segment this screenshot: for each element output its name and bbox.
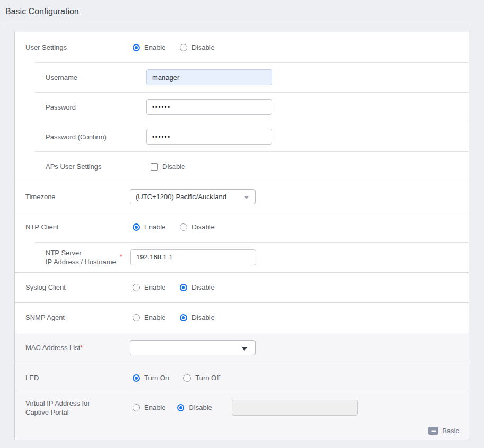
aps-disable-checkbox-option[interactable]: Disable	[151, 163, 185, 171]
password-input[interactable]	[146, 99, 272, 115]
dropdown-arrow-icon	[241, 346, 248, 350]
collapse-minus-icon[interactable]	[428, 427, 438, 435]
row-password: Password	[15, 92, 469, 122]
mac-address-list-label: MAC Address List*	[15, 343, 118, 352]
radio-icon[interactable]	[180, 223, 187, 231]
led-turn-off-radio[interactable]: Turn Off	[183, 374, 220, 382]
radio-label: Disable	[191, 43, 214, 51]
chevron-down-icon	[244, 196, 249, 199]
basic-collapse-link[interactable]: Basic	[442, 427, 459, 435]
username-input[interactable]	[146, 69, 272, 85]
aps-user-settings-label: APs User Settings	[15, 162, 118, 171]
username-label: Username	[15, 73, 118, 82]
ntp-server-label: NTP Server IP Address / Hostname	[15, 248, 118, 266]
row-virtual-ip: Virtual IP Address for Captive Portal En…	[15, 393, 469, 422]
radio-label: Disable	[189, 404, 212, 411]
user-settings-enable-radio[interactable]: Enable	[133, 43, 165, 51]
required-asterisk: *	[120, 253, 122, 261]
radio-icon[interactable]	[133, 44, 140, 51]
radio-label: Turn Off	[195, 374, 220, 382]
led-turn-on-radio[interactable]: Turn On	[133, 374, 169, 382]
virtual-ip-disable-radio[interactable]: Disable	[177, 404, 212, 411]
ntp-client-enable-radio[interactable]: Enable	[133, 223, 165, 231]
basic-configuration-panel: User Settings Enable Disable Username Pa…	[14, 32, 469, 440]
panel-footer: Basic	[15, 422, 469, 440]
row-led: LED Turn On Turn Off	[15, 363, 469, 393]
required-asterisk: *	[80, 344, 83, 352]
radio-icon[interactable]	[133, 223, 140, 231]
row-ntp-server: NTP Server IP Address / Hostname *	[15, 242, 469, 272]
mac-address-list-select[interactable]	[130, 340, 256, 355]
timezone-select[interactable]: (UTC+1200) Pacific/Auckland	[130, 189, 256, 204]
password-confirm-input[interactable]	[146, 129, 272, 145]
radio-icon[interactable]	[133, 374, 140, 382]
radio-icon[interactable]	[133, 314, 140, 321]
row-mac-address-list: MAC Address List*	[15, 333, 469, 363]
radio-label: Enable	[144, 313, 165, 321]
led-label: LED	[15, 373, 118, 382]
user-settings-disable-radio[interactable]: Disable	[180, 43, 214, 51]
row-user-settings: User Settings Enable Disable	[15, 32, 469, 62]
row-password-confirm: Password (Confirm)	[15, 122, 469, 151]
radio-icon[interactable]	[133, 284, 140, 291]
radio-icon[interactable]	[180, 284, 187, 291]
radio-label: Turn On	[144, 374, 169, 382]
row-timezone: Timezone (UTC+1200) Pacific/Auckland	[15, 182, 469, 212]
radio-icon[interactable]	[177, 404, 184, 411]
syslog-enable-radio[interactable]: Enable	[133, 283, 165, 291]
snmp-enable-radio[interactable]: Enable	[133, 313, 165, 321]
radio-label: Enable	[144, 283, 165, 291]
virtual-ip-input	[232, 400, 358, 416]
virtual-ip-label: Virtual IP Address for Captive Portal	[15, 399, 118, 417]
ntp-client-disable-radio[interactable]: Disable	[180, 223, 214, 231]
timezone-label: Timezone	[15, 192, 118, 201]
ntp-client-label: NTP Client	[15, 222, 118, 231]
snmp-disable-radio[interactable]: Disable	[180, 313, 214, 321]
row-syslog-client: Syslog Client Enable Disable	[15, 272, 469, 302]
radio-icon[interactable]	[180, 44, 187, 51]
row-ntp-client: NTP Client Enable Disable	[15, 212, 469, 242]
checkbox-label: Disable	[162, 163, 185, 171]
page-title: Basic Configuration	[5, 7, 79, 16]
title-divider	[5, 24, 470, 24]
password-label: Password	[15, 103, 118, 112]
virtual-ip-enable-radio[interactable]: Enable	[133, 404, 165, 411]
radio-label: Disable	[191, 283, 214, 291]
radio-label: Enable	[144, 223, 165, 231]
radio-icon[interactable]	[133, 404, 140, 411]
row-username: Username	[15, 62, 469, 92]
snmp-agent-label: SNMP Agent	[15, 313, 118, 322]
row-aps-user-settings: APs User Settings Disable	[15, 151, 469, 182]
radio-icon[interactable]	[180, 314, 187, 321]
radio-label: Disable	[191, 313, 214, 321]
radio-label: Disable	[191, 223, 214, 231]
ntp-server-input[interactable]	[130, 249, 256, 265]
radio-label: Enable	[144, 404, 165, 411]
radio-icon[interactable]	[183, 374, 191, 382]
timezone-selected-value: (UTC+1200) Pacific/Auckland	[136, 193, 226, 201]
radio-label: Enable	[144, 43, 165, 51]
checkbox-icon[interactable]	[151, 163, 158, 171]
syslog-client-label: Syslog Client	[15, 283, 118, 292]
password-confirm-label: Password (Confirm)	[15, 132, 118, 141]
user-settings-label: User Settings	[15, 43, 118, 52]
syslog-disable-radio[interactable]: Disable	[180, 283, 214, 291]
row-snmp-agent: SNMP Agent Enable Disable	[15, 302, 469, 333]
